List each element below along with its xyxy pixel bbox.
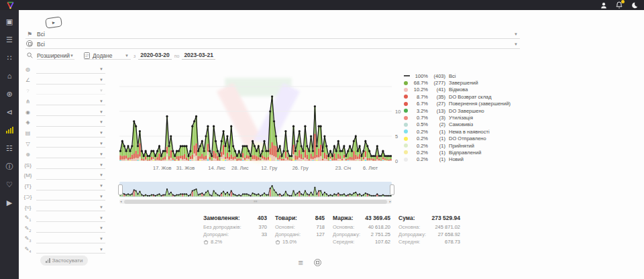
summary-stats: Замовлення:403Без допродажів:370Допродан…	[203, 215, 460, 245]
filter-dropdown[interactable]: ▼	[36, 245, 105, 254]
legend-label: DO Отправлено	[449, 135, 486, 142]
rail-item-settings[interactable]: ☷	[4, 143, 15, 154]
filter-dropdown[interactable]: ▼	[36, 129, 105, 137]
filter-row-trend: ∠▼	[23, 75, 105, 86]
date-field-value: Додане	[93, 52, 113, 59]
rail-item-cart[interactable]: ⊛	[4, 89, 15, 99]
filter-dropdown[interactable]: ▼	[36, 235, 105, 243]
legend-item[interactable]: 0.5%(2)Самовивіз	[404, 121, 518, 128]
filter-dropdown[interactable]: ▼	[36, 119, 105, 127]
legend-label: Новий	[449, 156, 464, 162]
rail-item-info[interactable]: ⓘ	[4, 161, 15, 172]
chevron-down-icon: ▼	[99, 184, 105, 188]
legend-item[interactable]: 68.7%(277)Завершений	[404, 79, 518, 86]
legend-item[interactable]: 0.2%(1)DO Отправлено	[404, 135, 518, 142]
notifications-bell-icon[interactable]	[615, 1, 623, 9]
filter-dropdown[interactable]: ▼	[36, 192, 105, 201]
legend-label: Відправлений	[449, 150, 481, 156]
legend-item[interactable]: 6.7%(27)Повернення (завершений)	[404, 101, 518, 107]
rail-item-customers[interactable]: ∷	[4, 52, 15, 63]
stats-row: Середня:678.73	[398, 238, 460, 245]
filter-dropdown[interactable]: ▼	[36, 161, 105, 169]
legend-count: (1)	[428, 135, 445, 142]
x-tick: 26. Гру	[286, 165, 315, 171]
date-field-select[interactable]: 17 Додане ▼	[84, 52, 131, 60]
stats-row: Основна:245 871.02	[398, 223, 460, 231]
date-from-input[interactable]: 2020-03-20	[138, 52, 171, 60]
app-logo-icon[interactable]	[6, 1, 15, 9]
apply-chart-icon	[46, 258, 50, 263]
legend-item[interactable]: 0.7%(3)Утилізація	[404, 114, 518, 121]
filter-dropdown[interactable]: ▼	[36, 97, 105, 105]
legend-pct: 0.5%	[411, 121, 428, 127]
filter-dropdown[interactable]: ▼	[36, 172, 105, 180]
funnel-icon: ▽	[23, 141, 32, 147]
scrollbar-thumb[interactable]: ≡≡	[124, 200, 387, 204]
legend-count: (27)	[428, 101, 445, 107]
filter-dropdown[interactable]: ▼	[36, 76, 105, 85]
product-filter-select[interactable]: Всі ▼	[25, 40, 520, 49]
chevron-down-icon: ▼	[99, 99, 105, 103]
legend-item[interactable]: 0.2%(1)Прийнятий	[404, 142, 518, 149]
legend-label: Завершений	[449, 80, 478, 86]
apply-button[interactable]: Застосувати	[40, 256, 88, 266]
legend-item[interactable]: 100%(403)Всі	[404, 72, 518, 79]
custom-field-1-icon: ✎1	[23, 215, 32, 222]
rail-item-videos[interactable]: ▶	[4, 197, 15, 208]
product-view-icon[interactable]	[314, 259, 321, 266]
scroll-left-icon[interactable]: ◂	[120, 199, 122, 204]
legend-item[interactable]: 8.7%(35)DO Возврат склад	[404, 93, 518, 100]
filter-dropdown[interactable]: ▼	[36, 140, 105, 148]
filter-row-custom-field-4: ✎4▼	[23, 245, 105, 256]
chart-brush[interactable]	[119, 182, 392, 197]
basket-icon	[203, 239, 209, 245]
rail-item-partners[interactable]: ♡	[4, 179, 15, 190]
chart-scrollbar[interactable]: ◂ ▸ ≡≡	[119, 199, 392, 204]
filter-dropdown[interactable]: ▼	[36, 225, 105, 233]
filter-dropdown[interactable]: ▼	[36, 87, 105, 95]
legend-item[interactable]: 0.2%(1)Нема в наявності	[404, 128, 518, 135]
theme-moon-icon[interactable]	[631, 1, 639, 9]
search-mode-select[interactable]: Розширений ▼	[37, 52, 74, 60]
legend-count: (41)	[428, 87, 445, 93]
search-icon[interactable]	[25, 52, 34, 60]
legend-pct: 3.2%	[411, 108, 428, 114]
status-filter-select[interactable]: ⚑ Всі ▼	[25, 30, 520, 39]
filter-dropdown[interactable]: ▼	[36, 150, 105, 158]
stats-column: Замовлення:403Без допродажів:370Допродан…	[203, 215, 267, 245]
filter-dropdown[interactable]: ▼	[36, 203, 105, 211]
legend-pct: 0.2%	[411, 135, 428, 142]
rail-item-store[interactable]: ⌂	[4, 70, 15, 81]
list-view-icon[interactable]: ≣	[298, 259, 303, 266]
filter-dropdown[interactable]: ▼	[36, 214, 105, 222]
video-help-icon[interactable]: ▸	[45, 16, 62, 28]
x-tick: 28. Лис	[225, 165, 255, 171]
legend-item[interactable]: 0.2%(1)Відправлений	[404, 149, 518, 156]
rail-item-analytics[interactable]	[4, 125, 15, 135]
custom-field-2-icon: ✎2	[23, 225, 32, 233]
legend-label: Всі	[449, 73, 455, 79]
analytics-bars-icon	[6, 127, 13, 133]
stats-row: Допродажу:27 658.92	[398, 231, 460, 238]
filter-row-field-s: {S}▼	[23, 160, 105, 170]
legend-count: (1)	[428, 156, 445, 162]
filter-dropdown[interactable]: ▼	[36, 182, 105, 190]
filter-dropdown[interactable]: ▼	[36, 108, 105, 116]
brush-handle-left[interactable]	[118, 184, 123, 195]
rail-item-orders[interactable]: ☰	[4, 34, 15, 45]
main-chart[interactable]	[119, 67, 392, 161]
legend-item[interactable]: 10.2%(41)Відмова	[404, 87, 518, 93]
legend-item[interactable]: 0.2%(1)Новий	[404, 156, 518, 163]
legend-item[interactable]: 3.2%(13)DO Завершено	[404, 107, 518, 114]
date-to-input[interactable]: 2023-03-21	[182, 52, 215, 60]
brush-handle-right[interactable]	[390, 184, 394, 195]
scroll-right-icon[interactable]: ▸	[389, 199, 391, 204]
play-glyph: ▸	[52, 19, 56, 26]
rail-item-dashboard[interactable]: ▣	[4, 16, 15, 27]
filter-dropdown[interactable]: ▼	[36, 66, 105, 74]
legend-swatch	[404, 116, 411, 120]
user-icon[interactable]	[600, 1, 608, 9]
rail-item-announcements[interactable]: ⊲	[4, 107, 15, 117]
filter-row-field-w: {≈}▼	[23, 202, 105, 213]
chevron-down-icon: ▼	[99, 173, 105, 177]
